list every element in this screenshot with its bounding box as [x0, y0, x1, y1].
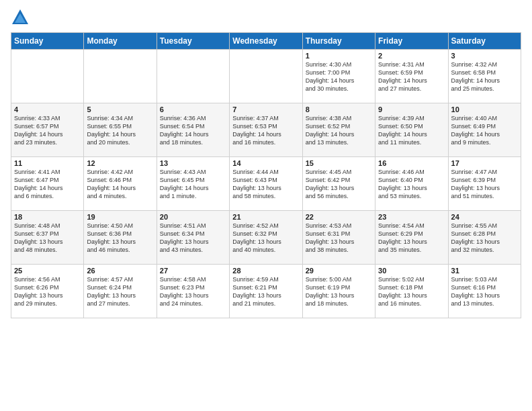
day-info: Sunrise: 4:44 AM Sunset: 6:43 PM Dayligh…	[232, 168, 299, 201]
day-info: Sunrise: 4:50 AM Sunset: 6:36 PM Dayligh…	[87, 222, 153, 255]
calendar-cell: 15Sunrise: 4:45 AM Sunset: 6:42 PM Dayli…	[302, 157, 375, 211]
day-number: 23	[378, 213, 445, 221]
calendar-cell	[230, 50, 302, 103]
day-number: 28	[232, 267, 299, 275]
calendar-cell: 17Sunrise: 4:47 AM Sunset: 6:39 PM Dayli…	[448, 157, 521, 211]
logo-icon	[11, 8, 30, 27]
day-number: 24	[451, 213, 518, 221]
calendar-cell: 29Sunrise: 5:00 AM Sunset: 6:19 PM Dayli…	[302, 265, 375, 318]
day-info: Sunrise: 4:42 AM Sunset: 6:46 PM Dayligh…	[87, 168, 153, 201]
calendar-cell: 21Sunrise: 4:52 AM Sunset: 6:32 PM Dayli…	[230, 211, 302, 265]
day-number: 20	[160, 213, 226, 221]
day-number: 18	[14, 213, 81, 221]
calendar-cell	[11, 50, 84, 103]
day-info: Sunrise: 4:40 AM Sunset: 6:49 PM Dayligh…	[451, 114, 518, 147]
day-number: 12	[87, 159, 153, 167]
page-header	[11, 8, 521, 27]
day-number: 16	[378, 159, 445, 167]
day-info: Sunrise: 4:58 AM Sunset: 6:23 PM Dayligh…	[160, 275, 226, 308]
calendar-cell: 3Sunrise: 4:32 AM Sunset: 6:58 PM Daylig…	[448, 50, 521, 103]
day-number: 7	[232, 105, 299, 113]
day-number: 29	[306, 267, 372, 275]
day-info: Sunrise: 4:30 AM Sunset: 7:00 PM Dayligh…	[306, 60, 372, 93]
calendar-cell: 28Sunrise: 4:59 AM Sunset: 6:21 PM Dayli…	[230, 265, 302, 318]
day-info: Sunrise: 5:00 AM Sunset: 6:19 PM Dayligh…	[306, 275, 372, 308]
day-info: Sunrise: 4:41 AM Sunset: 6:47 PM Dayligh…	[14, 168, 81, 201]
calendar-cell: 25Sunrise: 4:56 AM Sunset: 6:26 PM Dayli…	[11, 265, 84, 318]
calendar-cell: 6Sunrise: 4:36 AM Sunset: 6:54 PM Daylig…	[157, 103, 229, 157]
day-number: 27	[160, 267, 226, 275]
day-number: 6	[160, 105, 226, 113]
calendar-cell: 8Sunrise: 4:38 AM Sunset: 6:52 PM Daylig…	[302, 103, 375, 157]
day-info: Sunrise: 4:33 AM Sunset: 6:57 PM Dayligh…	[14, 114, 81, 147]
calendar-cell: 5Sunrise: 4:34 AM Sunset: 6:55 PM Daylig…	[84, 103, 157, 157]
day-of-week-header: Sunday	[11, 33, 84, 50]
day-info: Sunrise: 4:45 AM Sunset: 6:42 PM Dayligh…	[306, 168, 372, 201]
calendar-cell: 12Sunrise: 4:42 AM Sunset: 6:46 PM Dayli…	[84, 157, 157, 211]
calendar-cell: 20Sunrise: 4:51 AM Sunset: 6:34 PM Dayli…	[157, 211, 229, 265]
day-number: 21	[232, 213, 299, 221]
day-number: 3	[451, 52, 518, 60]
day-info: Sunrise: 4:39 AM Sunset: 6:50 PM Dayligh…	[378, 114, 445, 147]
day-number: 31	[451, 267, 518, 275]
calendar-cell: 31Sunrise: 5:03 AM Sunset: 6:16 PM Dayli…	[448, 265, 521, 318]
calendar-week-row: 4Sunrise: 4:33 AM Sunset: 6:57 PM Daylig…	[11, 103, 521, 157]
day-info: Sunrise: 4:32 AM Sunset: 6:58 PM Dayligh…	[451, 60, 518, 93]
calendar-table: SundayMondayTuesdayWednesdayThursdayFrid…	[11, 32, 521, 318]
day-number: 11	[14, 159, 81, 167]
calendar-cell	[84, 50, 157, 103]
day-of-week-header: Tuesday	[157, 33, 229, 50]
calendar-cell: 4Sunrise: 4:33 AM Sunset: 6:57 PM Daylig…	[11, 103, 84, 157]
calendar-cell: 16Sunrise: 4:46 AM Sunset: 6:40 PM Dayli…	[375, 157, 448, 211]
day-info: Sunrise: 4:57 AM Sunset: 6:24 PM Dayligh…	[87, 275, 153, 308]
day-info: Sunrise: 4:47 AM Sunset: 6:39 PM Dayligh…	[451, 168, 518, 201]
calendar-cell: 13Sunrise: 4:43 AM Sunset: 6:45 PM Dayli…	[157, 157, 229, 211]
calendar-cell: 1Sunrise: 4:30 AM Sunset: 7:00 PM Daylig…	[302, 50, 375, 103]
day-number: 17	[451, 159, 518, 167]
calendar-cell: 27Sunrise: 4:58 AM Sunset: 6:23 PM Dayli…	[157, 265, 229, 318]
calendar-cell	[157, 50, 229, 103]
day-number: 13	[160, 159, 226, 167]
calendar-week-row: 18Sunrise: 4:48 AM Sunset: 6:37 PM Dayli…	[11, 211, 521, 265]
day-of-week-header: Wednesday	[230, 33, 302, 50]
calendar-week-row: 1Sunrise: 4:30 AM Sunset: 7:00 PM Daylig…	[11, 50, 521, 103]
day-number: 1	[306, 52, 372, 60]
calendar-cell: 10Sunrise: 4:40 AM Sunset: 6:49 PM Dayli…	[448, 103, 521, 157]
calendar-cell: 14Sunrise: 4:44 AM Sunset: 6:43 PM Dayli…	[230, 157, 302, 211]
day-number: 2	[378, 52, 445, 60]
day-number: 4	[14, 105, 81, 113]
calendar-cell: 7Sunrise: 4:37 AM Sunset: 6:53 PM Daylig…	[230, 103, 302, 157]
day-info: Sunrise: 4:38 AM Sunset: 6:52 PM Dayligh…	[306, 114, 372, 147]
calendar-cell: 19Sunrise: 4:50 AM Sunset: 6:36 PM Dayli…	[84, 211, 157, 265]
day-number: 8	[306, 105, 372, 113]
calendar-cell: 23Sunrise: 4:54 AM Sunset: 6:29 PM Dayli…	[375, 211, 448, 265]
calendar-cell: 24Sunrise: 4:55 AM Sunset: 6:28 PM Dayli…	[448, 211, 521, 265]
calendar-cell: 22Sunrise: 4:53 AM Sunset: 6:31 PM Dayli…	[302, 211, 375, 265]
day-number: 25	[14, 267, 81, 275]
day-info: Sunrise: 4:53 AM Sunset: 6:31 PM Dayligh…	[306, 222, 372, 255]
day-info: Sunrise: 4:59 AM Sunset: 6:21 PM Dayligh…	[232, 275, 299, 308]
calendar-header-row: SundayMondayTuesdayWednesdayThursdayFrid…	[11, 33, 521, 50]
calendar-cell: 9Sunrise: 4:39 AM Sunset: 6:50 PM Daylig…	[375, 103, 448, 157]
day-number: 19	[87, 213, 153, 221]
day-number: 30	[378, 267, 445, 275]
day-of-week-header: Saturday	[448, 33, 521, 50]
calendar-cell: 26Sunrise: 4:57 AM Sunset: 6:24 PM Dayli…	[84, 265, 157, 318]
day-info: Sunrise: 4:55 AM Sunset: 6:28 PM Dayligh…	[451, 222, 518, 255]
calendar-week-row: 25Sunrise: 4:56 AM Sunset: 6:26 PM Dayli…	[11, 265, 521, 318]
day-info: Sunrise: 4:54 AM Sunset: 6:29 PM Dayligh…	[378, 222, 445, 255]
day-info: Sunrise: 4:37 AM Sunset: 6:53 PM Dayligh…	[232, 114, 299, 147]
day-info: Sunrise: 4:46 AM Sunset: 6:40 PM Dayligh…	[378, 168, 445, 201]
day-info: Sunrise: 4:52 AM Sunset: 6:32 PM Dayligh…	[232, 222, 299, 255]
day-info: Sunrise: 4:31 AM Sunset: 6:59 PM Dayligh…	[378, 60, 445, 93]
day-info: Sunrise: 4:48 AM Sunset: 6:37 PM Dayligh…	[14, 222, 81, 255]
day-number: 14	[232, 159, 299, 167]
day-info: Sunrise: 4:51 AM Sunset: 6:34 PM Dayligh…	[160, 222, 226, 255]
day-info: Sunrise: 5:02 AM Sunset: 6:18 PM Dayligh…	[378, 275, 445, 308]
day-number: 10	[451, 105, 518, 113]
calendar-cell: 18Sunrise: 4:48 AM Sunset: 6:37 PM Dayli…	[11, 211, 84, 265]
calendar-cell: 2Sunrise: 4:31 AM Sunset: 6:59 PM Daylig…	[375, 50, 448, 103]
calendar-cell: 11Sunrise: 4:41 AM Sunset: 6:47 PM Dayli…	[11, 157, 84, 211]
day-info: Sunrise: 5:03 AM Sunset: 6:16 PM Dayligh…	[451, 275, 518, 308]
day-info: Sunrise: 4:36 AM Sunset: 6:54 PM Dayligh…	[160, 114, 226, 147]
